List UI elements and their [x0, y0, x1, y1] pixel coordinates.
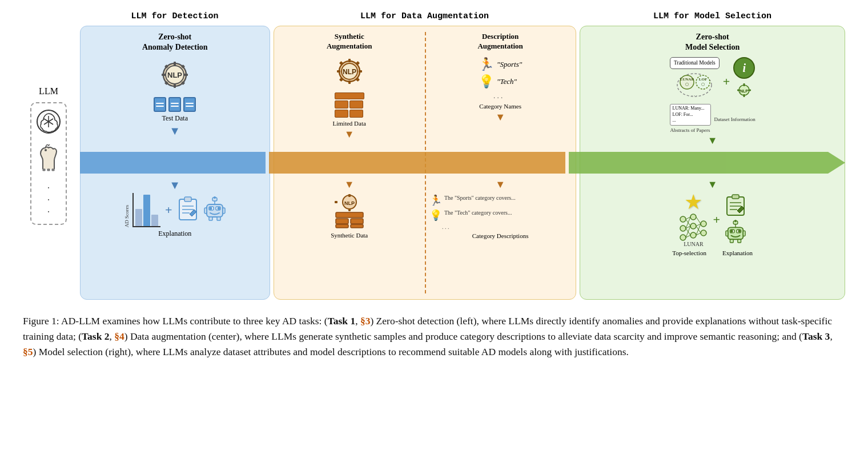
tech-desc-text: The "Tech" category covers...	[444, 209, 512, 216]
svg-point-73	[701, 230, 706, 236]
limited-data-blocks	[335, 92, 364, 118]
dataset-info-group: i NLP	[733, 57, 755, 102]
svg-rect-34	[359, 70, 362, 73]
col3-bottom: ▼ ★	[580, 174, 845, 299]
abstracts-label: Abstracts of Papers	[670, 127, 710, 133]
plus-col3-bottom: +	[713, 212, 720, 227]
svg-point-66	[680, 216, 686, 222]
svg-point-94	[730, 230, 733, 232]
svg-text:. . .: . . .	[692, 92, 697, 97]
plus-1: +	[165, 203, 172, 218]
svg-rect-27	[223, 208, 225, 214]
svg-rect-26	[204, 208, 207, 214]
data-blocks-1	[154, 97, 196, 112]
svg-rect-91	[728, 227, 744, 239]
svg-rect-42	[348, 194, 351, 197]
svg-rect-31	[348, 59, 351, 62]
svg-text:LUNAR: LUNAR	[680, 77, 695, 82]
arrow-down-col2-left: ▼	[344, 129, 355, 139]
trad-models-label: Traditional Models	[670, 57, 720, 69]
col3-bottom-labels: Top-selection Explanation	[672, 249, 753, 256]
caption-ref2: §4	[114, 331, 124, 342]
diagram-area: LLM	[23, 11, 845, 300]
bar-chart-bars	[132, 193, 160, 227]
svg-rect-50	[336, 224, 348, 228]
col3-top: Zero-shotModel Selection Traditional Mod…	[580, 26, 845, 152]
explanation-col3	[725, 194, 746, 246]
svg-rect-51	[351, 224, 363, 228]
svg-text:NLP: NLP	[740, 89, 748, 93]
caption-text3: ) Model selection (right), where LLMs an…	[33, 346, 629, 357]
caption-task2: Task 2	[82, 331, 109, 342]
bulb-icon: 💡	[479, 74, 494, 89]
svg-point-95	[738, 230, 741, 232]
limited-data-label: Limited Data	[333, 120, 366, 127]
tech-label: "Tech"	[497, 77, 517, 86]
desc-ellipsis: . . .	[442, 224, 516, 230]
plus-col3-top: +	[723, 74, 730, 89]
caption-comma2: ,	[110, 331, 115, 342]
svg-rect-4	[174, 84, 176, 88]
svg-rect-3	[174, 62, 176, 66]
col2-left-top: SyntheticAugmentation	[274, 26, 425, 152]
abstracts-row: LUNAR: Many...LOF: For...... Abstracts o…	[670, 104, 756, 132]
col2-left-title: SyntheticAugmentation	[327, 32, 372, 51]
svg-rect-99	[726, 231, 728, 236]
arrow-down-1: ▼	[169, 125, 180, 136]
svg-point-25	[214, 196, 216, 199]
openai-icon	[36, 109, 61, 139]
col3-title: Zero-shotModel Selection	[685, 32, 740, 53]
col1-band-space	[81, 152, 270, 174]
bar3	[151, 215, 158, 226]
svg-rect-6	[184, 74, 188, 76]
headers-row: LLM for Detection LLM for Data Augmentat…	[80, 11, 845, 25]
svg-rect-101	[730, 239, 733, 243]
svg-rect-49	[351, 219, 363, 224]
svg-point-71	[690, 232, 696, 238]
svg-text:NLP: NLP	[167, 71, 182, 79]
col3-box: Zero-shotModel Selection Traditional Mod…	[580, 26, 845, 300]
tech-bulb-icon: 💡	[429, 209, 442, 222]
sports-run-icon: 🏃	[429, 194, 442, 207]
arrow-down-col2-right-b: ▼	[495, 179, 505, 190]
llm-label: LLM	[39, 86, 58, 96]
run-icon: 🏃	[479, 57, 494, 72]
main-figure: LLM	[23, 11, 845, 360]
svg-rect-14	[184, 197, 191, 202]
synthetic-data-label: Synthetic Data	[331, 232, 368, 239]
sports-label: "Sports"	[497, 60, 522, 69]
col1-title: Zero-shotAnomaly Detection	[142, 32, 208, 53]
caption-ref3: §5	[23, 346, 33, 357]
nlp-gear-stacked: NLP	[332, 192, 367, 231]
svg-text:⬡: ⬡	[701, 82, 705, 86]
svg-point-21	[209, 207, 212, 210]
ad-score-chart: AD Scores	[124, 193, 160, 227]
svg-text:⬡: ⬡	[685, 82, 689, 86]
trad-models-group: Traditional Models LUNAR ⬡	[670, 57, 720, 99]
svg-point-72	[701, 221, 706, 227]
arrow-down-col3: ▼	[708, 135, 718, 146]
models-diagram: LUNAR ⬡ LOF ⬡ . . .	[674, 71, 714, 99]
tech-item: 💡 "Tech"	[479, 74, 517, 89]
caption-comma3: ,	[830, 331, 832, 342]
col3-band-space	[580, 152, 845, 174]
cat-descriptions-label: Category Descriptions	[472, 232, 529, 239]
figure-caption: Figure 1: AD-LLM examines how LLMs contr…	[23, 313, 845, 360]
arrow-down-col2-left-b: ▼	[344, 179, 355, 190]
explanation-clipboard-col3	[725, 194, 746, 220]
boxes-row: Zero-shotAnomaly Detection	[80, 26, 845, 300]
svg-rect-102	[738, 239, 741, 243]
explanation-label: Explanation	[158, 230, 191, 238]
col1-header: LLM for Detection	[80, 11, 270, 25]
robot-icon-1	[203, 196, 226, 224]
robot-icon-col3	[725, 220, 746, 246]
col3-header: LLM for Model Selection	[580, 11, 845, 25]
svg-point-69	[690, 214, 696, 220]
col2-box: SyntheticAugmentation	[274, 26, 577, 300]
ad-scores-label: AD Scores	[124, 205, 130, 227]
caption-prefix: Figure 1: AD-LLM examines how LLMs contr…	[23, 315, 328, 327]
top-selection-group: ★	[678, 192, 708, 247]
nlp-gear-icon-1: NLP	[157, 57, 192, 95]
test-data-label: Test Data	[162, 114, 188, 123]
col2-right-top: DescriptionAugmentation 🏃 "Sports" 💡 "Te…	[425, 26, 576, 152]
